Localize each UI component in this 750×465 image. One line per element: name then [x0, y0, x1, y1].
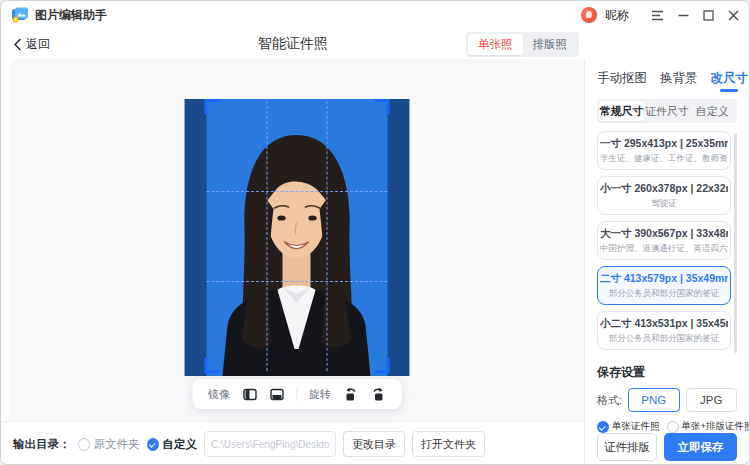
- open-folder-button[interactable]: 打开文件夹: [412, 431, 485, 457]
- size-card-small-2inch[interactable]: 小二寸 413x531px | 35x45mm 部分公务员和部分国家的签证: [597, 311, 731, 350]
- size-card-subtitle: 中国护照、港澳通行证、英语四六级等: [600, 243, 728, 255]
- crop-mask-right: [387, 99, 409, 376]
- sidebar: 手动抠图 换背景 改尺寸 常规尺寸 证件尺寸 自定义 一寸 295x413px …: [584, 59, 749, 465]
- crop-mask-left: [184, 99, 206, 376]
- size-card-subtitle: 部分公务员和部分国家的签证: [600, 288, 728, 300]
- maximize-button[interactable]: [703, 10, 714, 21]
- toolbar-divider: [296, 387, 297, 401]
- tab-resize[interactable]: 改尺寸: [711, 70, 749, 87]
- output-bar: 输出目录： 原文件夹 自定义 更改目录 打开文件夹: [1, 421, 584, 465]
- size-card-2inch[interactable]: 二寸 413x579px | 35x49mm 部分公务员和部分国家的签证: [597, 266, 731, 305]
- size-card-title: 二寸 413x579px | 35x49mm: [600, 272, 728, 286]
- back-label: 返回: [26, 36, 50, 53]
- size-category-tabs: 常规尺寸 证件尺寸 自定义: [597, 99, 737, 123]
- option-label: 单张证件照: [612, 420, 660, 433]
- save-options-row: 单张证件照 单张+排版证件照: [597, 420, 737, 433]
- subtab-custom-size[interactable]: 自定义: [690, 101, 735, 121]
- size-card-title: 大一寸 390x567px | 33x48mm: [600, 227, 728, 241]
- rotate-right-button[interactable]: [370, 387, 385, 402]
- radio-unchecked-icon[interactable]: [78, 438, 90, 451]
- sidebar-actions: 证件排版 立即保存: [597, 433, 737, 461]
- output-dir-label: 输出目录：: [13, 437, 71, 452]
- back-chevron-icon: [13, 38, 22, 51]
- option-label: 单张+排版证件照: [682, 420, 750, 433]
- size-card-subtitle: 学生证、健康证、工作证、教师资格证: [600, 153, 728, 165]
- titlebar: 图片编辑助手 昵称: [1, 1, 749, 29]
- rotate-label: 旋转: [309, 387, 331, 402]
- crop-gridline: [206, 191, 387, 192]
- radio-unchecked-icon[interactable]: [667, 421, 679, 433]
- size-card-small-1inch[interactable]: 小一寸 260x378px | 22x32mm 驾驶证: [597, 176, 731, 215]
- change-dir-button[interactable]: 更改目录: [343, 431, 405, 457]
- app-window: 图片编辑助手 昵称: [0, 0, 750, 465]
- rotate-left-button[interactable]: [343, 387, 358, 402]
- tab-single-photo[interactable]: 单张照: [468, 34, 523, 55]
- size-card-subtitle: 部分公务员和部分国家的签证: [600, 333, 728, 345]
- size-card-title: 小一寸 260x378px | 22x32mm: [600, 182, 728, 196]
- size-card-title: 一寸 295x413px | 25x35mm: [600, 137, 728, 151]
- tab-change-background[interactable]: 换背景: [660, 70, 698, 87]
- tab-layout-photo[interactable]: 排版照: [523, 34, 578, 55]
- original-folder-label: 原文件夹: [94, 437, 140, 452]
- size-card-1inch[interactable]: 一寸 295x413px | 25x35mm 学生证、健康证、工作证、教师资格证: [597, 131, 731, 170]
- photo-preview[interactable]: [184, 99, 409, 376]
- id-layout-button[interactable]: 证件排版: [597, 433, 657, 461]
- user-nickname[interactable]: 昵称: [605, 7, 629, 24]
- size-list-scrollbar[interactable]: [734, 133, 737, 353]
- tab-manual-cutout[interactable]: 手动抠图: [597, 70, 647, 87]
- radio-custom-folder[interactable]: 自定义: [147, 437, 198, 452]
- format-row: 格式: PNG JPG: [597, 388, 737, 412]
- crop-gridline: [206, 281, 387, 282]
- format-jpg-button[interactable]: JPG: [686, 388, 737, 412]
- sidebar-tabs: 手动抠图 换背景 改尺寸: [597, 65, 737, 91]
- flip-vertical-button[interactable]: [269, 387, 284, 402]
- size-card-large-1inch[interactable]: 大一寸 390x567px | 33x48mm 中国护照、港澳通行证、英语四六级…: [597, 221, 731, 260]
- size-card-list: 一寸 295x413px | 25x35mm 学生证、健康证、工作证、教师资格证…: [597, 131, 737, 355]
- crop-area[interactable]: [206, 101, 387, 371]
- close-button[interactable]: [728, 10, 739, 21]
- menu-icon[interactable]: [651, 10, 664, 21]
- option-single-plus-layout[interactable]: 单张+排版证件照: [667, 420, 750, 433]
- photo-canvas: 镜像 旋转: [9, 59, 584, 421]
- save-now-button[interactable]: 立即保存: [664, 433, 737, 461]
- subtab-regular-size[interactable]: 常规尺寸: [599, 101, 644, 121]
- radio-original-folder[interactable]: 原文件夹: [78, 437, 140, 452]
- photo-toolbar: 镜像 旋转: [192, 379, 401, 409]
- crop-gridline: [326, 101, 327, 371]
- format-label: 格式:: [597, 393, 622, 408]
- app-title: 图片编辑助手: [35, 7, 107, 24]
- size-card-subtitle: 驾驶证: [600, 198, 728, 210]
- page-title: 智能证件照: [258, 35, 328, 53]
- custom-folder-label: 自定义: [163, 437, 198, 452]
- page-header: 返回 智能证件照 单张照 排版照: [1, 29, 749, 59]
- minimize-button[interactable]: [678, 10, 689, 21]
- back-button[interactable]: 返回: [13, 36, 50, 53]
- mirror-label: 镜像: [208, 387, 230, 402]
- crop-handle-bottom-right[interactable]: [374, 358, 389, 373]
- crop-handle-top-left[interactable]: [204, 99, 219, 114]
- user-avatar[interactable]: [581, 7, 597, 23]
- crop-handle-top-right[interactable]: [374, 99, 389, 114]
- output-path-input[interactable]: [204, 431, 336, 457]
- subtab-id-size[interactable]: 证件尺寸: [644, 101, 689, 121]
- app-logo-icon: [11, 6, 29, 24]
- option-single-id-photo[interactable]: 单张证件照: [597, 420, 660, 433]
- save-settings-title: 保存设置: [597, 364, 737, 381]
- radio-checked-icon[interactable]: [147, 438, 159, 451]
- size-card-title: 小二寸 413x531px | 35x45mm: [600, 317, 728, 331]
- photo-mode-tabs: 单张照 排版照: [466, 32, 579, 57]
- radio-checked-icon[interactable]: [597, 421, 609, 433]
- format-png-button[interactable]: PNG: [628, 388, 679, 412]
- crop-handle-bottom-left[interactable]: [204, 358, 219, 373]
- crop-gridline: [266, 101, 267, 371]
- flip-horizontal-button[interactable]: [242, 387, 257, 402]
